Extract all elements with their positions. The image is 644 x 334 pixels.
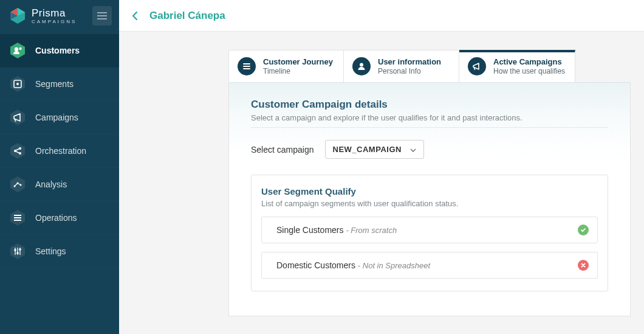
check-circle-icon: [578, 224, 589, 235]
sidebar: Prisma CAMPAIGNS Customers Segments Camp…: [0, 0, 119, 334]
qualify-card: User Segment Qualify List of campaign se…: [251, 175, 608, 291]
operations-icon: [9, 209, 27, 227]
sidebar-item-analysis[interactable]: Analysis: [0, 168, 119, 201]
segment-note: Not in Spreadsheet: [363, 261, 430, 270]
timeline-icon: [238, 57, 256, 75]
svg-rect-21: [14, 217, 21, 218]
sidebar-nav: Customers Segments Campaigns Orchestrati…: [0, 34, 119, 268]
logo-icon: [9, 7, 27, 25]
sidebar-item-campaigns[interactable]: Campaigns: [0, 101, 119, 134]
segment-text: Single Customers - From scratch: [276, 225, 397, 235]
tab-title: Active Campaigns: [493, 57, 565, 67]
main: Gabriel Cánepa Customer Journey Timeline: [119, 0, 644, 334]
x-circle-icon: [578, 260, 589, 271]
tab-title: User information: [378, 57, 441, 67]
campaigns-icon: [9, 108, 27, 127]
customers-icon: [9, 41, 27, 60]
sidebar-header: Prisma CAMPAIGNS: [0, 0, 119, 32]
select-campaign-row: Select campaign NEW_CAMPAIGN: [251, 140, 608, 159]
content: Customer Journey Timeline User informati…: [119, 32, 644, 316]
dropdown-value: NEW_CAMPAIGN: [333, 145, 402, 154]
logo: Prisma CAMPAIGNS: [9, 7, 77, 25]
svg-point-6: [19, 47, 21, 50]
back-button[interactable]: [126, 7, 143, 24]
segment-text: Domestic Customers - Not in Spreadsheet: [276, 260, 430, 270]
svg-point-13: [19, 147, 21, 150]
segment-name: Domestic Customers: [276, 260, 355, 270]
megaphone-icon: [468, 57, 486, 75]
panel: Customer Campaign details Select a campa…: [228, 82, 631, 316]
analysis-icon: [9, 175, 27, 193]
svg-marker-10: [10, 110, 25, 125]
sidebar-item-label: Customers: [35, 46, 80, 55]
logo-subtext: CAMPAIGNS: [32, 19, 77, 24]
page-title: Gabriel Cánepa: [149, 10, 225, 22]
qualify-title: User Segment Qualify: [261, 186, 598, 197]
orchestration-icon: [9, 142, 27, 160]
segment-row[interactable]: Domestic Customers - Not in Spreadsheet: [261, 252, 598, 279]
sidebar-item-segments[interactable]: Segments: [0, 68, 119, 101]
segments-icon: [9, 75, 27, 93]
sidebar-item-label: Settings: [35, 246, 66, 256]
tab-active-campaigns[interactable]: Active Campaigns How the user qualifies: [459, 50, 575, 82]
sidebar-item-label: Campaigns: [35, 113, 78, 122]
tab-title: Customer Journey: [263, 57, 333, 67]
menu-toggle-button[interactable]: [92, 6, 112, 26]
sidebar-item-settings[interactable]: Settings: [0, 235, 119, 268]
section-subtitle: Select a campaign and explore if the use…: [251, 113, 608, 128]
topbar: Gabriel Cánepa: [119, 0, 644, 32]
svg-point-5: [15, 47, 18, 51]
logo-text: Prisma: [32, 8, 77, 18]
svg-marker-15: [10, 176, 25, 192]
sidebar-item-label: Operations: [35, 213, 77, 223]
svg-marker-11: [10, 143, 25, 159]
svg-point-9: [16, 83, 19, 85]
qualify-subtitle: List of campaign segments with user qual…: [261, 199, 598, 208]
svg-point-30: [360, 63, 363, 67]
tab-subtitle: How the user qualifies: [493, 67, 565, 75]
select-campaign-label: Select campaign: [251, 145, 314, 155]
segment-row[interactable]: Single Customers - From scratch: [261, 217, 598, 243]
svg-rect-28: [243, 66, 250, 67]
sidebar-item-orchestration[interactable]: Orchestration: [0, 134, 119, 168]
svg-rect-22: [14, 220, 21, 221]
svg-point-26: [19, 248, 21, 251]
user-icon: [352, 57, 371, 75]
svg-rect-20: [14, 215, 21, 216]
svg-rect-27: [243, 63, 250, 64]
svg-rect-29: [243, 68, 250, 69]
chevron-down-icon: [410, 145, 416, 154]
svg-point-24: [14, 249, 16, 251]
tabs: Customer Journey Timeline User informati…: [228, 50, 631, 82]
tab-subtitle: Timeline: [263, 67, 333, 75]
sidebar-item-customers[interactable]: Customers: [0, 34, 119, 68]
section-title: Customer Campaign details: [251, 99, 608, 111]
sidebar-item-operations[interactable]: Operations: [0, 201, 119, 235]
segment-note: From scratch: [351, 226, 397, 235]
sidebar-item-label: Orchestration: [35, 146, 86, 156]
tab-subtitle: Personal Info: [378, 67, 441, 75]
settings-icon: [9, 242, 27, 260]
svg-point-25: [16, 252, 19, 254]
svg-point-14: [19, 152, 21, 155]
select-campaign-dropdown[interactable]: NEW_CAMPAIGN: [325, 140, 424, 159]
tab-user-information[interactable]: User information Personal Info: [344, 50, 459, 82]
tab-customer-journey[interactable]: Customer Journey Timeline: [228, 50, 344, 82]
sidebar-item-label: Segments: [35, 79, 74, 89]
sidebar-item-label: Analysis: [35, 179, 67, 189]
tabs-container: Customer Journey Timeline User informati…: [228, 50, 631, 316]
segment-name: Single Customers: [276, 225, 344, 235]
panel-inner: Customer Campaign details Select a campa…: [229, 82, 630, 316]
